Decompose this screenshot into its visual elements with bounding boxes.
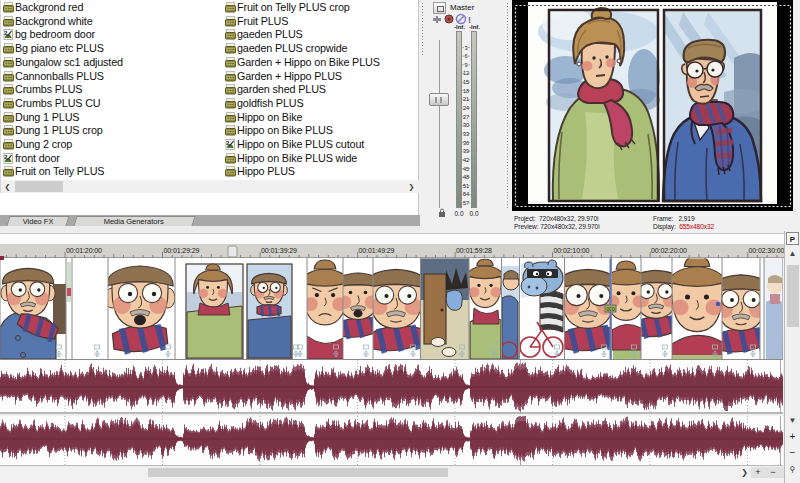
svg-text:00:01:49:29: 00:01:49:29 bbox=[359, 247, 395, 254]
svg-text:27: 27 bbox=[463, 114, 469, 120]
svg-text:3: 3 bbox=[464, 45, 467, 51]
svg-text:00:02:20:00: 00:02:20:00 bbox=[651, 247, 687, 254]
svg-text:00:01:29:29: 00:01:29:29 bbox=[164, 247, 200, 254]
svg-text:000: 000 bbox=[607, 306, 616, 312]
svg-text:21: 21 bbox=[463, 96, 469, 102]
svg-text:30: 30 bbox=[463, 122, 469, 128]
svg-text:15: 15 bbox=[463, 79, 469, 85]
svg-text:54: 54 bbox=[463, 191, 469, 197]
svg-text:45: 45 bbox=[463, 166, 469, 172]
svg-text:2: 2 bbox=[226, 140, 229, 146]
svg-text:51: 51 bbox=[463, 183, 469, 189]
svg-text:33: 33 bbox=[463, 131, 469, 137]
svg-text:00:01:59:28: 00:01:59:28 bbox=[456, 247, 492, 254]
svg-text:-Inf.: -Inf. bbox=[454, 24, 465, 30]
svg-text:39: 39 bbox=[463, 148, 469, 154]
svg-text:0.0: 0.0 bbox=[454, 210, 463, 217]
svg-text:2: 2 bbox=[4, 153, 7, 159]
svg-text:00:01:39:29: 00:01:39:29 bbox=[261, 247, 297, 254]
svg-text:42: 42 bbox=[463, 157, 469, 163]
svg-text:00:02:10:00: 00:02:10:00 bbox=[554, 247, 590, 254]
svg-text:0.0: 0.0 bbox=[469, 210, 478, 217]
svg-text:6: 6 bbox=[464, 53, 467, 59]
svg-text:2: 2 bbox=[4, 30, 7, 36]
svg-text:24: 24 bbox=[463, 105, 469, 111]
svg-text:48: 48 bbox=[463, 174, 469, 180]
svg-text:-Inf.: -Inf. bbox=[469, 24, 480, 30]
svg-text:9: 9 bbox=[464, 62, 467, 68]
svg-text:00:01:20:00: 00:01:20:00 bbox=[66, 247, 102, 254]
svg-text:36: 36 bbox=[463, 140, 469, 146]
svg-text:00:02:30:00: 00:02:30:00 bbox=[749, 247, 785, 254]
svg-text:12: 12 bbox=[463, 70, 469, 76]
svg-text:18: 18 bbox=[463, 88, 469, 94]
svg-text:57: 57 bbox=[463, 200, 469, 206]
